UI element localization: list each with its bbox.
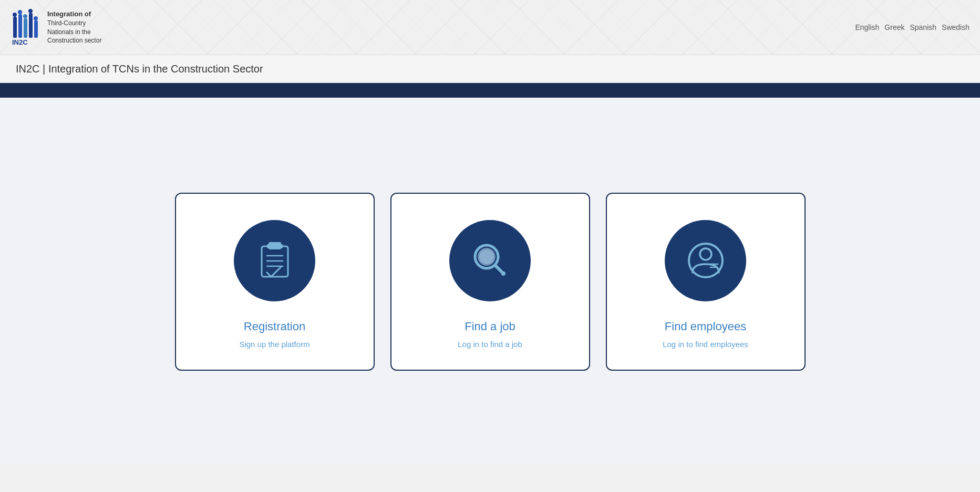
registration-subtitle: Sign up the platform: [239, 340, 310, 349]
svg-point-23: [700, 248, 711, 260]
logo-line3: Nationals in the: [47, 28, 101, 37]
svg-point-9: [34, 16, 38, 20]
logo-brand: Integration of: [47, 9, 101, 19]
find-job-icon-circle: [449, 220, 531, 301]
svg-rect-0: [13, 17, 17, 38]
main-content: Registration Sign up the platform Find a…: [0, 98, 980, 465]
find-employees-subtitle: Log in to find employees: [663, 340, 748, 349]
find-employees-card[interactable]: Find employees Log in to find employees: [606, 193, 806, 371]
svg-point-8: [28, 9, 33, 13]
svg-text:IN2C: IN2C: [12, 38, 28, 46]
subtitle-bar: IN2C | Integration of TCNs in the Constr…: [0, 55, 980, 83]
lang-spanish-link[interactable]: Spanish: [910, 23, 936, 32]
svg-point-19: [479, 249, 494, 264]
page-title: IN2C | Integration of TCNs in the Constr…: [16, 63, 263, 75]
lang-english-link[interactable]: English: [855, 23, 879, 32]
svg-rect-4: [34, 20, 38, 38]
svg-rect-1: [18, 14, 22, 38]
find-employees-icon-circle: [665, 220, 746, 301]
cards-container: Registration Sign up the platform Find a…: [175, 193, 806, 371]
registration-title: Registration: [244, 320, 305, 333]
svg-point-7: [23, 14, 27, 18]
lang-swedish-link[interactable]: Swedish: [942, 23, 969, 32]
lang-greek-link[interactable]: Greek: [884, 23, 904, 32]
clipboard-icon: [251, 237, 298, 284]
logo-line4: Construction sector: [47, 36, 101, 45]
logo-icon: IN2C: [11, 9, 42, 46]
find-employees-title: Find employees: [665, 320, 746, 333]
find-job-subtitle: Log in to find a job: [458, 340, 522, 349]
site-header: IN2C Integration of Third-Country Nation…: [0, 0, 980, 55]
registration-card[interactable]: Registration Sign up the platform: [175, 193, 375, 371]
svg-point-21: [501, 271, 506, 276]
magnifier-icon: [467, 237, 514, 284]
logo-area: IN2C Integration of Third-Country Nation…: [11, 9, 101, 46]
svg-rect-2: [24, 18, 27, 38]
svg-point-6: [18, 10, 22, 14]
logo-line2: Third-Country: [47, 19, 101, 28]
registration-icon-circle: [234, 220, 315, 301]
logo-text: Integration of Third-Country Nationals i…: [47, 9, 101, 46]
language-nav: English Greek Spanish Swedish: [855, 23, 969, 32]
navy-bar: [0, 83, 980, 98]
person-icon: [682, 237, 729, 284]
find-job-title: Find a job: [465, 320, 515, 333]
svg-point-5: [13, 13, 17, 17]
find-a-job-card[interactable]: Find a job Log in to find a job: [390, 193, 590, 371]
svg-rect-3: [29, 13, 33, 38]
svg-rect-13: [267, 244, 283, 248]
